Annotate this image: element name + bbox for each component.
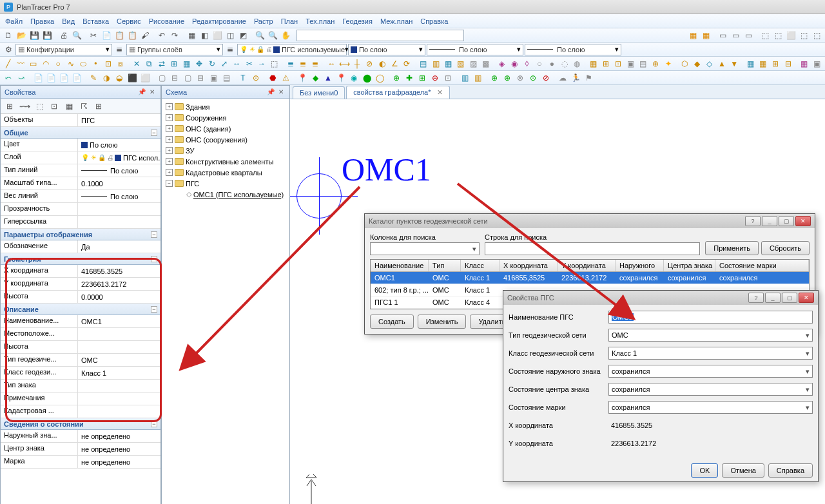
geo-warn-icon[interactable]: ⚠: [280, 72, 291, 84]
scheme-a-icon[interactable]: ⬚: [759, 30, 771, 41]
geo-circ-a-icon[interactable]: ⊕: [489, 72, 500, 84]
list-a-icon[interactable]: ≣: [285, 58, 296, 70]
catalog-dialog-titlebar[interactable]: Каталог пунктов геодезической сети ? _ ▢…: [365, 214, 815, 228]
menu-draw[interactable]: Рисование: [149, 17, 184, 25]
end-d-icon[interactable]: ⊟: [782, 58, 793, 70]
menu-file[interactable]: Файл: [5, 17, 23, 25]
section-description[interactable]: Описание−: [1, 304, 160, 315]
tree-item[interactable]: +Сооружения: [164, 112, 287, 123]
prop-linescale[interactable]: 0.1000: [78, 177, 160, 189]
undo-icon[interactable]: ↶: [156, 30, 168, 41]
tail-a-icon[interactable]: ▦: [799, 58, 810, 70]
tool-c-icon[interactable]: ⬜: [211, 30, 223, 41]
geo-pin-c-icon[interactable]: ◉: [348, 72, 360, 84]
menu-plan[interactable]: План: [281, 17, 298, 25]
geo-add-c-icon[interactable]: ⊞: [416, 72, 428, 84]
tree-toggle-icon[interactable]: +: [166, 147, 173, 154]
scale-icon[interactable]: ⤢: [218, 58, 229, 70]
obj-a-icon[interactable]: ⬡: [679, 58, 690, 70]
menu-raster[interactable]: Растр: [254, 17, 273, 25]
tool-a-icon[interactable]: ▦: [186, 30, 197, 41]
grp-c-icon[interactable]: ▦: [443, 58, 454, 70]
menu-edit[interactable]: Правка: [30, 17, 54, 25]
win-a-icon[interactable]: ▭: [717, 30, 728, 41]
reset-button[interactable]: Сбросить: [761, 241, 810, 255]
grp-a-icon[interactable]: ▤: [418, 58, 429, 70]
rect-icon[interactable]: ▭: [28, 58, 39, 70]
misc-b-icon[interactable]: ◉: [509, 58, 519, 70]
array-icon[interactable]: ▦: [181, 58, 192, 70]
print-icon[interactable]: 🖨: [58, 30, 70, 41]
misc-f-icon[interactable]: ◌: [559, 58, 570, 70]
tree-item[interactable]: +ОНС (сооружения): [164, 134, 287, 145]
misc-e-icon[interactable]: ●: [547, 58, 558, 70]
obj-d-icon[interactable]: ▲: [716, 58, 727, 70]
tree-item[interactable]: +Конструктивные элементы: [164, 156, 287, 167]
help-button-icon[interactable]: ?: [748, 293, 764, 303]
props-icon-c[interactable]: ⬚: [33, 100, 46, 113]
win-c-icon[interactable]: ▭: [742, 30, 754, 41]
section-display[interactable]: Параметры отображения−: [1, 229, 160, 240]
tool-d-icon[interactable]: ◫: [224, 30, 236, 41]
apply-button[interactable]: Применить: [705, 241, 759, 255]
geo-doc-a-icon[interactable]: 📄: [32, 72, 44, 84]
search-string-input[interactable]: [485, 242, 700, 255]
mirror-icon[interactable]: ⇄: [156, 58, 167, 70]
point-icon[interactable]: •: [90, 58, 101, 70]
section-geometry[interactable]: Геометрия−: [1, 253, 160, 265]
geo-cloud-icon[interactable]: ☁: [557, 72, 568, 84]
scheme-b-icon[interactable]: ⬚: [772, 30, 784, 41]
geo-box-d-icon[interactable]: ⊟: [195, 72, 206, 84]
geo-pin-b-icon[interactable]: ▲: [322, 72, 334, 84]
tab-graphsection[interactable]: свойства графраздела* ✕: [346, 86, 449, 99]
end-c-icon[interactable]: ⊞: [770, 58, 781, 70]
dim-f-icon[interactable]: ∠: [389, 58, 400, 70]
prop-notes[interactable]: [78, 393, 160, 405]
grp-f-icon[interactable]: ▩: [480, 58, 491, 70]
grp-d-icon[interactable]: ▧: [455, 58, 466, 70]
dim-a-icon[interactable]: ↔: [326, 58, 337, 70]
prop-height2[interactable]: [78, 341, 160, 353]
prop-hyperlink[interactable]: [78, 216, 160, 228]
extra2-icon[interactable]: ⧈: [115, 58, 126, 70]
help-button[interactable]: Справка: [768, 463, 813, 478]
lineweight-combo[interactable]: По слою ▾: [525, 44, 621, 55]
geo-run-icon[interactable]: 🏃: [570, 72, 581, 84]
geo-draw-e-icon[interactable]: ⬜: [139, 72, 151, 84]
close-icon[interactable]: ✕: [795, 216, 811, 226]
erase-icon[interactable]: ✕: [131, 58, 142, 70]
geo-draw-b-icon[interactable]: ◑: [101, 72, 112, 84]
geo-pin-o-icon[interactable]: ⬤: [361, 72, 373, 84]
win-b-icon[interactable]: ▭: [730, 30, 741, 41]
maximize-icon[interactable]: ▢: [779, 216, 794, 226]
geo-flag-icon[interactable]: ⚑: [583, 72, 594, 84]
layers-icon[interactable]: ≣: [113, 44, 125, 55]
maximize-icon[interactable]: ▢: [782, 293, 797, 303]
geo-pin-g-icon[interactable]: ◆: [309, 72, 321, 84]
props-icon-d[interactable]: ⊡: [48, 100, 61, 113]
prop-mark[interactable]: не определено: [78, 456, 160, 468]
obj-e-icon[interactable]: ▼: [729, 58, 740, 70]
new-icon[interactable]: 🗋: [3, 30, 14, 41]
hatch-b-icon[interactable]: ⊞: [600, 58, 611, 70]
cut-icon[interactable]: ✂: [88, 30, 99, 41]
geo-box-b-icon[interactable]: ⊟: [169, 72, 180, 84]
offset-icon[interactable]: ⊞: [169, 58, 180, 70]
geo-draw-c-icon[interactable]: ◒: [113, 72, 125, 84]
section-status[interactable]: Сведения о состоянии−: [1, 418, 160, 430]
command-input[interactable]: [296, 30, 464, 41]
geo-doc-b-icon[interactable]: 📄: [45, 72, 57, 84]
tree-toggle-icon[interactable]: −: [166, 180, 173, 187]
tree-toggle-icon[interactable]: +: [166, 158, 173, 165]
geo-draw-d-icon[interactable]: ⬛: [126, 72, 138, 84]
geo-box-e-icon[interactable]: ▣: [208, 72, 219, 84]
form-input[interactable]: ОМС1: [608, 311, 813, 324]
circle-icon[interactable]: ○: [53, 58, 64, 70]
hatch-g-icon[interactable]: ✦: [663, 58, 674, 70]
dim-c-icon[interactable]: ┼: [351, 58, 362, 70]
form-combo[interactable]: ОМС: [608, 329, 813, 342]
props-icon-a[interactable]: ⊞: [3, 100, 16, 113]
prop-designation[interactable]: Да: [78, 240, 160, 253]
hatch-e-icon[interactable]: ▤: [637, 58, 648, 70]
geo-box-f-icon[interactable]: ▤: [220, 72, 232, 84]
